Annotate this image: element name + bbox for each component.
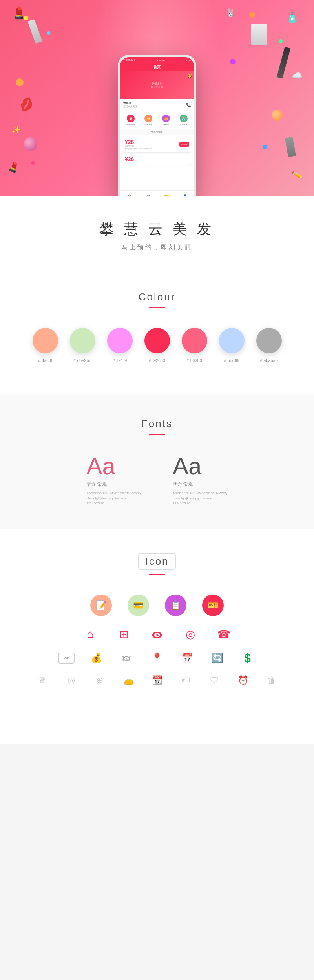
vip-badge-icon: VIP (58, 653, 75, 664)
app-title-section: 攀 慧 云 美 发 马上预约，即刻美丽 (0, 196, 314, 267)
phone-screen: 中国移动 令 4:31 PM 22% 首页 要我出彩 BUNNY·CHIC 👸 (120, 57, 194, 196)
icon-booking: 📝 (90, 595, 112, 616)
coupon-amount-2: ¥26 (125, 156, 134, 162)
more-menu-label: 更多分店 (180, 123, 188, 125)
icon-gift-card: 🎫 (202, 595, 224, 616)
phone-status-bar: 中国移动 令 4:31 PM 22% (120, 57, 194, 63)
trash-outline-icon: 🗑 (264, 675, 279, 685)
icon-row-4: ♛ ◎ ⊕ 👝 📆 🏷 🛡 ⏰ 🗑 (31, 675, 283, 685)
nav-ticket-icon: 🎟 (147, 628, 167, 641)
nav-home[interactable]: 🏠 (126, 193, 133, 196)
coupon-btn-1[interactable]: 已领取 (179, 142, 189, 147)
menu-item-more[interactable]: 🏪 更多分店 (180, 115, 188, 125)
coupon-validity-1: 有效期2018.01.12~2018.02.12 (125, 147, 152, 150)
add-circle-outline-icon: ⊕ (92, 675, 107, 685)
eyelashes-sticker: ✨ (12, 125, 20, 134)
icon-row-1: 📝 💳 📋 🎫 (31, 595, 283, 616)
carrier-text: 中国移动 令 (123, 58, 136, 62)
coupon-menu-label: 卡券中心 (162, 123, 170, 125)
font-item-1: Aa 苹方 常规 ABCDEFGHIJKLMNOPQRSTUVWXZy abcd… (86, 455, 141, 506)
nav-grid[interactable]: ⊞ (144, 193, 152, 196)
colour-section-underline (149, 307, 165, 308)
colour-hex-7: #:ababab (260, 358, 278, 363)
rabbit-sticker: 🐰 (226, 8, 236, 17)
phone-menu: 📋 我要预约 💳 我要买单 🎫 卡券中心 🏪 更多分店 (120, 111, 194, 129)
font-name-1: 苹方 常规 (86, 481, 106, 488)
crown-outline-icon: ♛ (35, 675, 50, 685)
payment-menu-label: 我要买单 (144, 123, 152, 125)
tag-outline-icon: 🏷 (178, 675, 193, 685)
swatch-7: #:ababab (256, 328, 282, 363)
swatch-6: #:bbd6ff (219, 328, 245, 363)
colour-hex-6: #:bbd6ff (224, 358, 239, 363)
time-text: 4:31 PM (157, 59, 165, 62)
colour-section: Colour #:ffac8f #:cbe9bb #:ff91f9 #:f92c… (0, 267, 314, 394)
coupon-menu-icon: 🎫 (162, 115, 170, 122)
icon-section: Icon 📝 💳 📋 🎫 ⌂ ⊞ 🎟 ◎ ☎ VIP 💰 🎟 📍 📅 🔄 (0, 529, 314, 744)
cloud-sticker: ☁️ (292, 71, 302, 81)
phone-header: 首页 (120, 63, 194, 71)
swatch-3: #:ff91f9 (107, 328, 133, 363)
colour-hex-4: #:f92c53 (149, 358, 165, 363)
colour-hex-5: #:ff6280 (186, 358, 202, 363)
payment-menu-icon: 💳 (144, 115, 152, 122)
more-menu-icon: 🏪 (180, 115, 188, 122)
colour-circle-2 (70, 328, 95, 353)
swatch-1: #:ffac8f (33, 328, 58, 363)
colour-hex-3: #:ff91f9 (113, 358, 127, 363)
banner-icon: 👸 (187, 73, 192, 78)
money-outline-icon: 💰 (88, 653, 105, 664)
calendar-outline-icon: 📅 (179, 653, 195, 664)
phone-coupon-card-1[interactable]: ¥26 满200使用 有效期2018.01.12~2018.02.12 已领取 (122, 136, 192, 152)
nav-user[interactable]: 👤 (181, 193, 188, 196)
menu-item-coupon[interactable]: 🎫 卡券中心 (162, 115, 170, 125)
fonts-grid: Aa 苹方 常规 ABCDEFGHIJKLMNOPQRSTUVWXZy abcd… (31, 455, 283, 506)
booking-menu-icon: 📋 (127, 115, 135, 122)
phone-coupon-card-2[interactable]: ¥26 (122, 154, 192, 165)
phone-app-banner: 要我出彩 BUNNY·CHIC 👸 (120, 71, 194, 99)
colour-section-title: Colour (139, 291, 176, 303)
nav-home-icon: ⌂ (80, 628, 100, 641)
coupon-amount-1: ¥26 (125, 139, 152, 145)
dot-decoration (16, 78, 24, 86)
dot-decoration (230, 59, 236, 64)
ball-right (272, 110, 283, 121)
icon-section-title: Icon (138, 553, 176, 570)
booking-menu-label: 我要预约 (127, 123, 135, 125)
font-alphabet-upper-2: ABCDEFGHIJKLMNOPQRSTUVWXZy abcdefghijklm… (173, 491, 228, 506)
icon-payment: 💳 (128, 595, 149, 616)
font-name-2: 苹方 常规 (173, 481, 193, 488)
nav-phone-icon: ☎ (214, 628, 234, 641)
fonts-section: Fonts Aa 苹方 常规 ABCDEFGHIJKLMNOPQRSTUVWXZ… (0, 394, 314, 529)
nav-grid-icon: ⊞ (114, 628, 133, 641)
date-outline-icon: 📆 (150, 675, 164, 685)
font-display-2: Aa (173, 455, 201, 478)
app-subtitle: 马上预约，即刻美丽 (8, 244, 306, 252)
bottom-spacing (31, 697, 283, 721)
colour-circle-7 (256, 328, 282, 353)
menu-item-booking[interactable]: 📋 我要预约 (127, 115, 135, 125)
refresh-outline-icon: 🔄 (209, 653, 226, 664)
lipstick-sticker: 💄 (12, 6, 26, 20)
fonts-section-header: Fonts (31, 418, 283, 435)
banner-text: 要我出彩 BUNNY·CHIC (151, 82, 163, 88)
font-alphabet-upper-1: ABCDEFGHIJKLMNOPQRSTUVWXZy abcdefghijklm… (86, 491, 141, 506)
ticket-outline-icon: 🎟 (119, 653, 135, 664)
shield-outline-icon: 🛡 (207, 675, 222, 685)
lipstick2-sticker: 💄 (6, 160, 22, 175)
phone-mockup: 中国移动 令 4:31 PM 22% 首页 要我出彩 BUNNY·CHIC 👸 (118, 55, 196, 196)
dot-decoration (263, 145, 267, 149)
colour-circle-4 (144, 328, 170, 353)
swatch-5: #:ff6280 (182, 328, 207, 363)
wallet-outline-icon: 👝 (121, 675, 136, 685)
dot-decoration (249, 12, 255, 18)
alarm-outline-icon: ⏰ (236, 675, 250, 685)
colour-swatches: #:ffac8f #:cbe9bb #:ff91f9 #:f92c53 #:ff… (31, 328, 283, 363)
fonts-section-underline (149, 434, 165, 435)
phone-coupon-header: 优惠券领取 (120, 129, 194, 135)
cosmetic-left (27, 19, 42, 44)
icon-row-3: VIP 💰 🎟 📍 📅 🔄 💲 (31, 653, 283, 664)
menu-item-payment[interactable]: 💳 我要买单 (144, 115, 152, 125)
colour-hex-2: #:cbe9bb (73, 358, 91, 363)
nav-coupon[interactable]: 🎫 (163, 193, 170, 196)
